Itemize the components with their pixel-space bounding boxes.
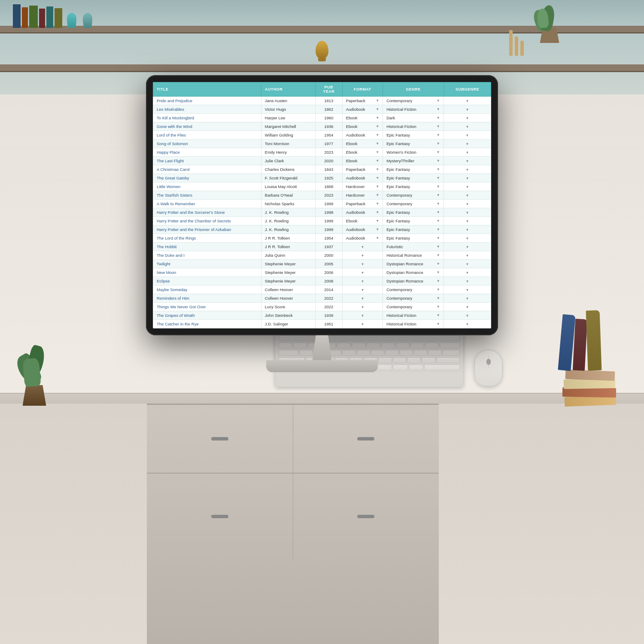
cell-genre[interactable]: Contemporary ▼	[383, 200, 444, 208]
cell-format[interactable]: Audiobook ▼	[342, 131, 383, 140]
cell-subgenre[interactable]: ▼	[444, 200, 491, 208]
cell-subgenre[interactable]: ▼	[444, 182, 491, 191]
cell-genre[interactable]: Contemporary ▼	[383, 97, 444, 105]
cell-subgenre[interactable]: ▼	[444, 286, 491, 294]
cell-format[interactable]: ▼	[342, 294, 383, 303]
table-row[interactable]: TwilightStephenie Meyer2005▼Dystopian Ro…	[153, 260, 491, 268]
cell-format[interactable]: Ebook ▼	[342, 114, 383, 122]
cell-format[interactable]: Ebook ▼	[342, 122, 383, 131]
cell-subgenre[interactable]: ▼	[444, 294, 491, 303]
cell-format[interactable]: Audiobook ▼	[342, 225, 383, 234]
table-row[interactable]: Lord of the FliesWilliam Golding1954Audi…	[153, 131, 491, 140]
cell-format[interactable]: Paperback ▼	[342, 200, 383, 208]
cell-subgenre[interactable]: ▼	[444, 208, 491, 217]
cell-format[interactable]: ▼	[342, 251, 383, 260]
cell-format[interactable]: Ebook ▼	[342, 140, 383, 148]
cell-genre[interactable]: Historical Fiction ▼	[383, 320, 444, 328]
cell-genre[interactable]: Contemporary ▼	[383, 294, 444, 303]
cell-subgenre[interactable]: ▼	[444, 251, 491, 260]
cell-genre[interactable]: Historical Fiction ▼	[383, 122, 444, 131]
table-row[interactable]: Les MisérablesVictor Hugo1862Audiobook ▼…	[153, 105, 491, 114]
cell-subgenre[interactable]: ▼	[444, 303, 491, 311]
table-row[interactable]: A Christmas CarolCharles Dickens1843Pape…	[153, 165, 491, 174]
cell-genre[interactable]: Epic Fantasy ▼	[383, 131, 444, 140]
cell-subgenre[interactable]: ▼	[444, 114, 491, 122]
cell-subgenre[interactable]: ▼	[444, 148, 491, 157]
table-row[interactable]: Happy PlaceEmily Henry2023Ebook ▼Women's…	[153, 148, 491, 157]
cell-format[interactable]: ▼	[342, 311, 383, 320]
cell-format[interactable]: Paperback ▼	[342, 165, 383, 174]
cell-format[interactable]: Audiobook ▼	[342, 174, 383, 182]
table-row[interactable]: To Kill a MockingbirdHarper Lee1960Ebook…	[153, 114, 491, 122]
cell-subgenre[interactable]: ▼	[444, 277, 491, 286]
cell-subgenre[interactable]: ▼	[444, 217, 491, 225]
table-row[interactable]: Harry Potter and the Prisoner of Azkaban…	[153, 225, 491, 234]
cell-genre[interactable]: Dystopian Romance ▼	[383, 260, 444, 268]
cell-format[interactable]: Audiobook ▼	[342, 105, 383, 114]
cell-genre[interactable]: Mystery/Thriller ▼	[383, 157, 444, 165]
table-row[interactable]: Song of SolomonToni Morrison1977Ebook ▼E…	[153, 140, 491, 148]
cell-genre[interactable]: Historical Fiction ▼	[383, 105, 444, 114]
cell-subgenre[interactable]: ▼	[444, 140, 491, 148]
table-row[interactable]: New MoonStephenie Meyer2006▼Dystopian Ro…	[153, 268, 491, 277]
table-row[interactable]: Pride and PrejudiceJane Austen1813Paperb…	[153, 97, 491, 105]
cell-format[interactable]: Audiobook ▼	[342, 208, 383, 217]
cell-genre[interactable]: Epic Fantasy ▼	[383, 217, 444, 225]
cell-subgenre[interactable]: ▼	[444, 122, 491, 131]
table-row[interactable]: Reminders of HimColleen Hoover2022▼Conte…	[153, 294, 491, 303]
table-row[interactable]: Maybe SomedayColleen Hoover2014▼Contempo…	[153, 286, 491, 294]
cell-format[interactable]: ▼	[342, 277, 383, 286]
cell-genre[interactable]: Epic Fantasy ▼	[383, 174, 444, 182]
cell-subgenre[interactable]: ▼	[444, 165, 491, 174]
cell-subgenre[interactable]: ▼	[444, 311, 491, 320]
table-row[interactable]: The Catcher in the RyeJ.D. Salinger1951▼…	[153, 320, 491, 328]
table-row[interactable]: Harry Potter and the Chamber of SecretsJ…	[153, 217, 491, 225]
cell-format[interactable]: Hardcover ▼	[342, 182, 383, 191]
cell-subgenre[interactable]: ▼	[444, 97, 491, 105]
cell-subgenre[interactable]: ▼	[444, 234, 491, 243]
table-row[interactable]: The Starfish SistersBarbara O'Neal2023Ha…	[153, 191, 491, 200]
cell-subgenre[interactable]: ▼	[444, 191, 491, 200]
cell-format[interactable]: ▼	[342, 303, 383, 311]
cell-genre[interactable]: Contemporary ▼	[383, 303, 444, 311]
cell-genre[interactable]: Futuristic ▼	[383, 243, 444, 251]
cell-subgenre[interactable]: ▼	[444, 243, 491, 251]
table-row[interactable]: Things We Never Got OverLucy Score2022▼C…	[153, 303, 491, 311]
table-row[interactable]: The Duke and IJulia Quinn2000▼Historical…	[153, 251, 491, 260]
cell-genre[interactable]: Contemporary ▼	[383, 286, 444, 294]
table-row[interactable]: The Grapes of WrathJohn Steinbeck1939▼Hi…	[153, 311, 491, 320]
table-row[interactable]: The Lord of the RingsJ R R. Tolkien1954A…	[153, 234, 491, 243]
cell-subgenre[interactable]: ▼	[444, 157, 491, 165]
table-row[interactable]: Harry Potter and the Sorcerer's StoneJ. …	[153, 208, 491, 217]
table-row[interactable]: The Last FlightJulie Clark2020Ebook ▼Mys…	[153, 157, 491, 165]
cell-format[interactable]: Audiobook ▼	[342, 234, 383, 243]
cell-subgenre[interactable]: ▼	[444, 320, 491, 328]
cell-genre[interactable]: Historical Romance ▼	[383, 251, 444, 260]
table-row[interactable]: A Walk to RememberNicholas Sparks1999Pap…	[153, 200, 491, 208]
cell-genre[interactable]: Epic Fantasy ▼	[383, 140, 444, 148]
table-row[interactable]: EclipseStephenie Meyer2008▼Dystopian Rom…	[153, 277, 491, 286]
cell-subgenre[interactable]: ▼	[444, 105, 491, 114]
cell-genre[interactable]: Epic Fantasy ▼	[383, 182, 444, 191]
cell-format[interactable]: Ebook ▼	[342, 217, 383, 225]
cell-subgenre[interactable]: ▼	[444, 260, 491, 268]
cell-subgenre[interactable]: ▼	[444, 131, 491, 140]
table-row[interactable]: The HobbitJ R R. Tolkien1937▼Futuristic …	[153, 243, 491, 251]
cell-format[interactable]: ▼	[342, 320, 383, 328]
table-row[interactable]: Gone with the WindMargaret Mitchell1936E…	[153, 122, 491, 131]
cell-genre[interactable]: Epic Fantasy ▼	[383, 165, 444, 174]
cell-genre[interactable]: Contemporary ▼	[383, 191, 444, 200]
cell-format[interactable]: ▼	[342, 286, 383, 294]
cell-subgenre[interactable]: ▼	[444, 225, 491, 234]
cell-genre[interactable]: Epic Fantasy ▼	[383, 234, 444, 243]
cell-subgenre[interactable]: ▼	[444, 268, 491, 277]
cell-genre[interactable]: Dark ▼	[383, 114, 444, 122]
cell-genre[interactable]: Dystopian Romance ▼	[383, 277, 444, 286]
cell-format[interactable]: ▼	[342, 268, 383, 277]
cell-format[interactable]: ▼	[342, 260, 383, 268]
cell-genre[interactable]: Women's Fiction ▼	[383, 148, 444, 157]
table-row[interactable]: The Great GatsbyF. Scott Fitzgerald1925A…	[153, 174, 491, 182]
table-row[interactable]: Little WomenLouisa May Alcott1868Hardcov…	[153, 182, 491, 191]
cell-format[interactable]: Paperback ▼	[342, 97, 383, 105]
cell-format[interactable]: Ebook ▼	[342, 157, 383, 165]
